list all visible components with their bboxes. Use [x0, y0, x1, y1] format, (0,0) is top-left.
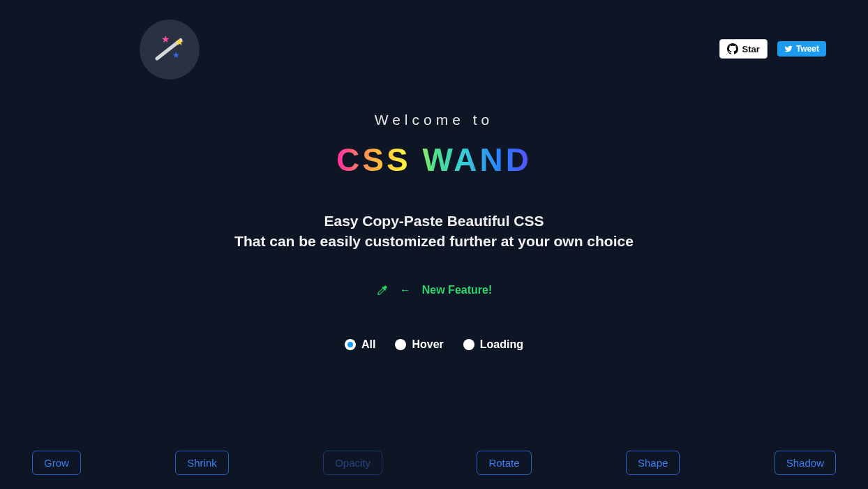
filter-radio-all[interactable]: All — [345, 338, 375, 351]
header-actions: Star Tweet — [719, 39, 826, 59]
arrow-left-icon: ← — [400, 284, 411, 296]
new-feature-row: ← New Feature! — [0, 284, 868, 296]
star-icon: ★ — [161, 34, 170, 44]
effect-rotate-button[interactable]: Rotate — [477, 451, 531, 475]
filter-radio-loading[interactable]: Loading — [463, 338, 523, 351]
radio-label: All — [361, 338, 375, 351]
hero: Welcome to CSS WAND Easy Copy-Paste Beau… — [0, 112, 868, 351]
star-icon: ★ — [172, 51, 180, 59]
github-icon — [727, 43, 738, 54]
radio-icon — [395, 339, 406, 350]
github-star-label: Star — [742, 44, 760, 54]
github-star-button[interactable]: Star — [719, 39, 768, 59]
tweet-label: Tweet — [796, 44, 819, 54]
logo[interactable]: ★ ★ ★ — [140, 20, 200, 80]
radio-label: Loading — [480, 338, 523, 351]
tweet-button[interactable]: Tweet — [777, 41, 826, 57]
effects-row: Grow Shrink Opacity Rotate Shape Shadow — [0, 451, 868, 475]
effect-shrink-button[interactable]: Shrink — [175, 451, 229, 475]
radio-icon — [345, 339, 356, 350]
radio-label: Hover — [412, 338, 443, 351]
tagline-line-2: That can be easily customized further at… — [0, 231, 868, 251]
radio-icon — [463, 339, 474, 350]
twitter-icon — [784, 45, 793, 53]
tagline: Easy Copy-Paste Beautiful CSS That can b… — [0, 211, 868, 252]
effect-opacity-button[interactable]: Opacity — [323, 451, 382, 475]
filter-radio-hover[interactable]: Hover — [395, 338, 443, 351]
eyedropper-icon[interactable] — [376, 284, 389, 296]
star-icon: ★ — [175, 37, 184, 47]
welcome-text: Welcome to — [0, 112, 868, 128]
tagline-line-1: Easy Copy-Paste Beautiful CSS — [0, 211, 868, 231]
brand-title: CSS WAND — [336, 141, 532, 179]
new-feature-label: New Feature! — [422, 284, 492, 296]
effect-shape-button[interactable]: Shape — [626, 451, 680, 475]
wand-icon: ★ ★ ★ — [153, 33, 186, 66]
effect-shadow-button[interactable]: Shadow — [775, 451, 836, 475]
filter-radio-group: All Hover Loading — [0, 338, 868, 351]
effect-grow-button[interactable]: Grow — [32, 451, 81, 475]
